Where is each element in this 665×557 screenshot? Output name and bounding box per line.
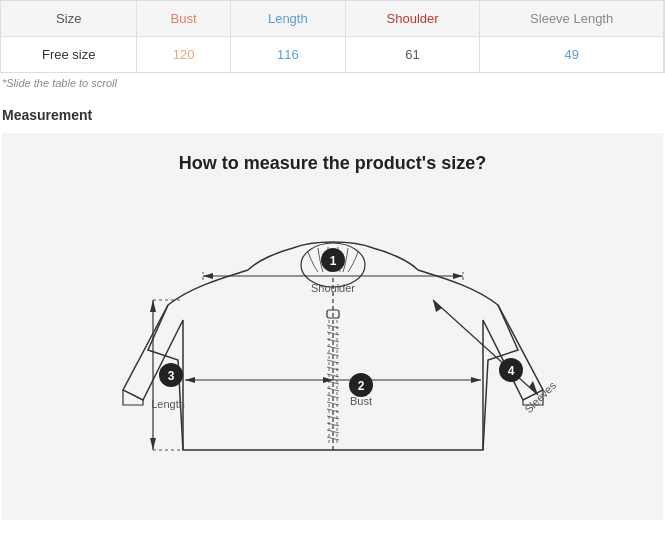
svg-marker-9 bbox=[453, 273, 463, 279]
col-header-bust: Bust bbox=[137, 1, 230, 37]
measurement-section: Measurement How to measure the product's… bbox=[0, 107, 665, 520]
svg-text:Shoulder: Shoulder bbox=[310, 282, 354, 294]
svg-text:1: 1 bbox=[329, 254, 336, 268]
diagram-box: How to measure the product's size? bbox=[2, 133, 663, 520]
table-row: Free size 120 116 61 49 bbox=[1, 37, 664, 73]
svg-line-29 bbox=[433, 300, 538, 395]
svg-text:3: 3 bbox=[167, 369, 174, 383]
col-header-length: Length bbox=[230, 1, 345, 37]
col-header-size: Size bbox=[1, 1, 137, 37]
cell-length: 116 bbox=[230, 37, 345, 73]
col-header-shoulder: Shoulder bbox=[345, 1, 479, 37]
svg-marker-8 bbox=[203, 273, 213, 279]
svg-text:2: 2 bbox=[357, 379, 364, 393]
measurement-title: Measurement bbox=[2, 107, 663, 123]
svg-text:Length: Length bbox=[151, 398, 185, 410]
cell-sleeve: 49 bbox=[480, 37, 664, 73]
svg-text:4: 4 bbox=[507, 364, 514, 378]
col-header-sleeve: Sleeve Length bbox=[480, 1, 664, 37]
diagram-svg: 1 Shoulder 2 Bust 3 Length bbox=[93, 190, 573, 510]
svg-marker-22 bbox=[150, 300, 156, 312]
cell-shoulder: 61 bbox=[345, 37, 479, 73]
size-table: Size Bust Length Shoulder Sleeve Length … bbox=[1, 1, 664, 72]
svg-marker-30 bbox=[433, 300, 442, 312]
cell-size: Free size bbox=[1, 37, 137, 73]
scroll-hint: *Slide the table to scroll bbox=[0, 73, 665, 93]
diagram-heading: How to measure the product's size? bbox=[12, 153, 653, 174]
size-table-container: Size Bust Length Shoulder Sleeve Length … bbox=[0, 0, 665, 73]
svg-marker-14 bbox=[185, 377, 195, 383]
svg-text:Bust: Bust bbox=[349, 395, 371, 407]
svg-marker-17 bbox=[471, 377, 481, 383]
svg-marker-23 bbox=[150, 438, 156, 450]
cell-bust: 120 bbox=[137, 37, 230, 73]
